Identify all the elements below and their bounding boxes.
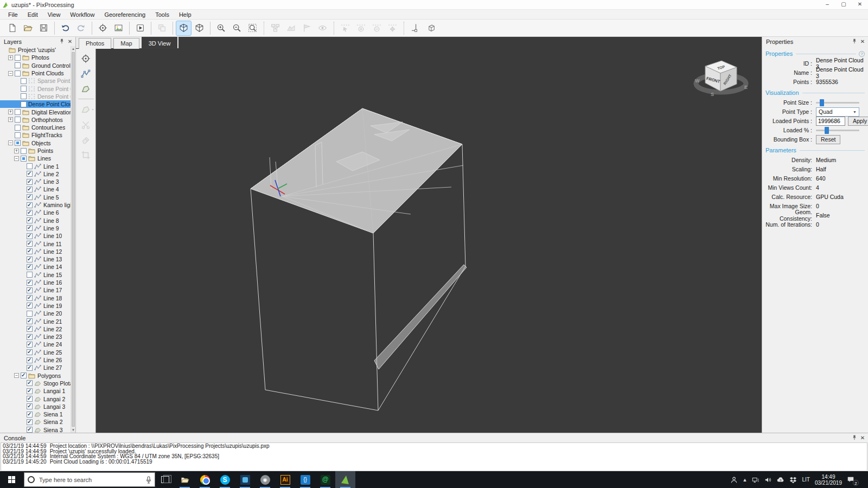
zoom-in-button[interactable] [214,21,228,35]
visibility-checkbox[interactable] [21,93,27,99]
open-project-button[interactable] [21,21,35,35]
collapse-icon[interactable]: − [14,373,19,378]
visibility-checkbox[interactable] [27,264,33,270]
tree-item-siena-1[interactable]: Siena 1 [0,410,71,418]
tree-item-line-20[interactable]: Line 20 [0,310,71,317]
visibility-checkbox[interactable] [15,140,21,146]
menu-georeferencing[interactable]: Georeferencing [99,11,150,18]
visibility-checkbox[interactable] [27,357,33,363]
visibility-checkbox[interactable] [27,427,33,433]
tree-item-ground-control-points[interactable]: Ground Control Points [0,62,71,69]
visibility-checkbox[interactable] [27,163,33,169]
close-icon[interactable]: ✕ [859,38,866,45]
console-log[interactable]: 03/21/19 14:44:59Project location : \\PI… [1,442,867,471]
taskbar-clock[interactable]: 14:49 03/21/2019 [815,474,842,486]
zoom-extent-button[interactable] [245,21,260,35]
taskbar-app-file-explorer[interactable] [175,471,195,488]
tab-map[interactable]: Map [113,38,139,49]
collapse-icon[interactable]: − [8,71,13,76]
tab-3d-view[interactable]: 3D View [142,37,178,49]
run-workflow-button[interactable] [133,21,148,35]
visibility-checkbox[interactable] [27,419,33,425]
visibility-checkbox[interactable] [27,280,33,286]
tree-item-dense-point-cloud-1[interactable]: Dense Point Cloud 1 [0,85,71,92]
tree-item-dense-point-cloud-3[interactable]: Dense Point Cloud 3 [0,100,71,108]
menu-edit[interactable]: Edit [23,11,43,18]
dropbox-icon[interactable] [789,476,797,484]
tree-item-line-24[interactable]: Line 24 [0,341,71,348]
tree-item-line-17[interactable]: Line 17 [0,286,71,294]
visibility-checkbox[interactable] [15,70,21,76]
visibility-checkbox[interactable] [27,194,33,200]
minimize-button[interactable]: – [819,0,835,9]
volume-icon[interactable] [764,476,772,484]
visibility-checkbox[interactable] [27,342,33,348]
close-icon[interactable]: ✕ [67,38,73,45]
tree-item-line-1[interactable]: Line 1 [0,162,71,170]
tree-item-stogo-plotas[interactable]: Stogo Plotas [0,380,71,387]
draw-polyline-tool-button[interactable] [79,67,93,80]
maximize-button[interactable]: ▢ [835,0,852,9]
visibility-checkbox[interactable] [21,78,27,84]
tree-item-line-5[interactable]: Line 5 [0,194,71,201]
tree-item-line-13[interactable]: Line 13 [0,255,71,263]
visibility-checkbox[interactable] [27,179,33,185]
tree-item-line-19[interactable]: Line 19 [0,302,71,310]
visibility-checkbox[interactable] [27,217,33,223]
compass-east[interactable]: E [744,85,748,90]
visibility-checkbox[interactable] [27,202,33,208]
pin-icon[interactable] [851,38,858,45]
tree-item-line-16[interactable]: Line 16 [0,279,71,286]
people-icon[interactable] [730,476,738,484]
visibility-checkbox[interactable] [21,156,27,162]
tree-item-polygons[interactable]: −Polygons [0,371,71,379]
visibility-checkbox[interactable] [27,248,33,254]
taskbar-app-skype[interactable]: S [215,471,235,488]
loaded-points-input[interactable] [816,117,845,126]
visibility-checkbox[interactable] [27,396,33,402]
visibility-checkbox[interactable] [15,132,21,138]
reset-button[interactable]: Reset [816,135,840,144]
tree-item-digital-elevation-maps[interactable]: +Digital Elevation Maps [0,108,71,115]
viewport-3d[interactable]: TOP FRONT RIGHT W S E [96,49,762,433]
expand-icon[interactable]: + [8,55,13,60]
visibility-checkbox[interactable] [27,412,33,418]
visibility-checkbox[interactable] [27,388,33,394]
dropdown-arrow-icon[interactable]: ▾ [92,107,93,111]
close-button[interactable]: ✕ [852,0,868,9]
tree-item-line-12[interactable]: Line 12 [0,248,71,255]
taskbar-app-illustrator[interactable]: Ai [275,471,295,488]
tree-item-line-25[interactable]: Line 25 [0,349,71,356]
tree-item-langai-1[interactable]: Langai 1 [0,387,71,395]
slider-track[interactable] [816,130,859,131]
draw-polygon-tool-button[interactable] [79,82,93,95]
save-project-button[interactable] [36,21,51,35]
visibility-checkbox[interactable] [27,303,33,309]
scroll-thumb[interactable] [72,52,75,427]
tree-item-point-clouds[interactable]: −Point Clouds [0,69,71,77]
tree-item-project-uzupis-[interactable]: Project 'uzupis' [0,46,71,54]
visibility-checkbox[interactable] [27,171,33,177]
visibility-checkbox[interactable] [21,373,27,378]
language-indicator[interactable]: LIT [802,477,809,483]
notification-center-button[interactable]: 2 [847,476,857,484]
tree-item-line-2[interactable]: Line 2 [0,170,71,178]
tree-item-flighttracks[interactable]: FlightTracks [0,131,71,139]
menu-view[interactable]: View [43,11,66,18]
tree-item-orthophotos[interactable]: +Orthophotos [0,116,71,124]
tree-item-line-8[interactable]: Line 8 [0,217,71,224]
photo-viewer-button[interactable] [111,21,126,35]
taskbar-app-code-editor[interactable]: {} [295,471,315,488]
visibility-checkbox[interactable] [15,125,21,131]
visibility-checkbox[interactable] [21,86,27,92]
taskbar-app-mail-app[interactable]: @ [315,471,335,488]
pin-icon[interactable] [59,38,65,45]
menu-workflow[interactable]: Workflow [65,11,99,18]
visibility-checkbox[interactable] [27,349,33,355]
tree-item-points[interactable]: +Points [0,147,71,155]
tree-item-line-26[interactable]: Line 26 [0,356,71,364]
pin-icon[interactable] [851,435,858,441]
tree-item-kamino-ligis[interactable]: Kamino ligis [0,201,71,209]
start-button[interactable] [0,471,24,488]
tree-item-objects[interactable]: −Objects [0,139,71,147]
